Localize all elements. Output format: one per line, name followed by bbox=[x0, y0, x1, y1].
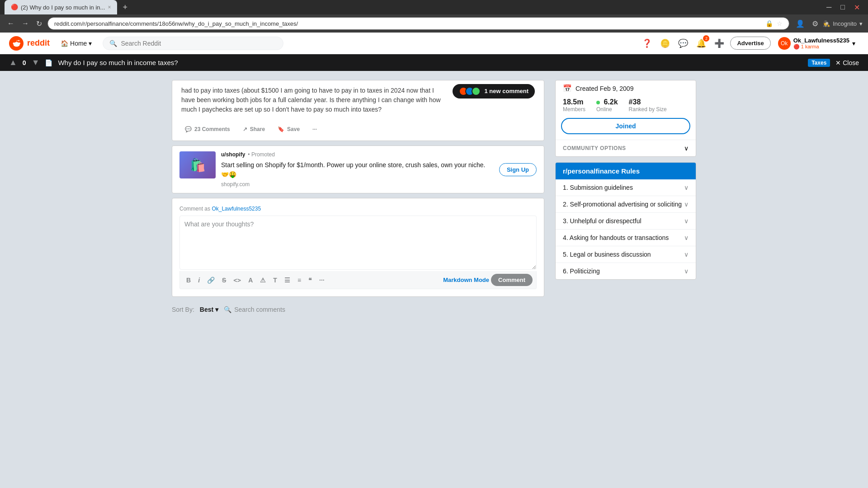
community-options-label: COMMUNITY OPTIONS bbox=[563, 145, 626, 151]
ad-text: Start selling on Shopify for $1/month. P… bbox=[221, 160, 494, 179]
rule-chevron-6: ∨ bbox=[684, 267, 689, 275]
community-card: 📅 Created Feb 9, 2009 18.5m Members 6.2k… bbox=[555, 80, 696, 157]
search-input[interactable] bbox=[121, 40, 277, 47]
rules-header: r/personalfinance Rules bbox=[556, 163, 696, 179]
tab-close-button[interactable]: × bbox=[108, 4, 111, 10]
forward-button[interactable]: → bbox=[20, 18, 31, 29]
rule-item-1[interactable]: 1. Submission guidelines ∨ bbox=[556, 179, 696, 196]
tab-active[interactable]: 🔴 (2) Why do I pay so much in in... × bbox=[5, 0, 117, 14]
ad-card: 🛍️ u/shopify • Promoted Start selling on… bbox=[172, 145, 544, 193]
advertise-label: Advertise bbox=[737, 40, 764, 47]
strikethrough-button[interactable]: S bbox=[219, 275, 229, 286]
rule-item-2[interactable]: 2. Self-promotional advertising or solic… bbox=[556, 196, 696, 213]
tab-bar: 🔴 (2) Why do I pay so much in in... × + … bbox=[0, 0, 868, 14]
community-options-row[interactable]: COMMUNITY OPTIONS ∨ bbox=[556, 140, 696, 156]
settings-icon-button[interactable]: ⚙ bbox=[809, 18, 821, 30]
more-button[interactable]: ··· bbox=[309, 123, 321, 135]
notifications-button[interactable]: 🔔 2 bbox=[694, 36, 708, 51]
save-label: Save bbox=[287, 126, 300, 132]
lock-icon: 🔒 bbox=[765, 20, 773, 27]
username-display: Ok_Lawfulness5235 🔴 1 karma bbox=[793, 37, 849, 50]
search-comments-area[interactable]: 🔍 Search comments bbox=[224, 306, 285, 313]
members-stat: 18.5m Members bbox=[563, 98, 585, 113]
karma-count: 1 karma bbox=[801, 44, 819, 49]
coins-icon-button[interactable]: 🪙 bbox=[658, 36, 672, 51]
add-post-button[interactable]: ➕ bbox=[712, 36, 726, 51]
rules-card: r/personalfinance Rules 1. Submission gu… bbox=[555, 162, 696, 280]
main-layout: 1 new comment had to pay into taxes (abo… bbox=[163, 71, 705, 327]
online-dot bbox=[596, 101, 600, 104]
rule-number-1: 1. bbox=[563, 184, 568, 191]
bold-button[interactable]: B bbox=[184, 275, 193, 286]
rule-item-4[interactable]: 4. Asking for handouts or transactions ∨ bbox=[556, 230, 696, 246]
heading-button[interactable]: T bbox=[270, 275, 280, 286]
new-tab-button[interactable]: + bbox=[119, 1, 131, 14]
back-button[interactable]: ← bbox=[5, 18, 16, 29]
minimize-button[interactable]: ─ bbox=[823, 2, 835, 12]
joined-button[interactable]: Joined bbox=[561, 118, 690, 134]
downvote-button[interactable]: ▼ bbox=[32, 58, 40, 67]
rule-chevron-2: ∨ bbox=[684, 201, 689, 208]
comments-button[interactable]: 💬 23 Comments bbox=[181, 123, 234, 135]
rule-text-3: 3. Unhelpful or disrespectful bbox=[563, 217, 642, 225]
user-chevron: ▾ bbox=[852, 40, 855, 47]
user-menu[interactable]: Ok Ok_Lawfulness5235 🔴 1 karma ▾ bbox=[774, 35, 859, 52]
karma-display: 🔴 1 karma bbox=[793, 44, 849, 50]
code-button[interactable]: <> bbox=[231, 275, 244, 286]
link-button[interactable]: 🔗 bbox=[204, 275, 217, 286]
refresh-button[interactable]: ↻ bbox=[34, 18, 44, 30]
sort-select[interactable]: Best ▾ bbox=[200, 306, 218, 313]
comment-as-label: Comment as Ok_Lawfulness5235 bbox=[179, 206, 537, 212]
italic-button[interactable]: i bbox=[195, 275, 203, 286]
vote-count: 0 bbox=[23, 59, 26, 66]
comment-submit-button[interactable]: Comment bbox=[491, 274, 533, 286]
markdown-mode-button[interactable]: Markdown Mode bbox=[443, 277, 489, 283]
new-comment-notification[interactable]: 1 new comment bbox=[453, 84, 535, 99]
maximize-button[interactable]: □ bbox=[837, 2, 849, 12]
superscript-button[interactable]: A bbox=[245, 275, 255, 286]
rules-title: r/personalfinance Rules bbox=[563, 167, 640, 175]
bullets-button[interactable]: ☰ bbox=[282, 275, 293, 286]
home-button[interactable]: 🏠 Home ▾ bbox=[57, 38, 95, 49]
ranked-value: #38 bbox=[629, 98, 667, 106]
spoiler-button[interactable]: ⚠ bbox=[257, 275, 269, 286]
save-button[interactable]: 🔖 Save bbox=[274, 123, 303, 135]
close-window-button[interactable]: ✕ bbox=[850, 2, 863, 13]
numbered-button[interactable]: ≡ bbox=[295, 275, 304, 286]
reddit-logo[interactable]: reddit bbox=[9, 36, 50, 51]
rule-item-5[interactable]: 5. Legal or business discussion ∨ bbox=[556, 246, 696, 263]
close-button[interactable]: ✕ Close bbox=[835, 59, 859, 66]
quote-button[interactable]: ❝ bbox=[306, 275, 315, 286]
rule-label-6: Politicizing bbox=[570, 267, 600, 275]
ad-signup-button[interactable]: Sign Up bbox=[499, 163, 537, 176]
community-options-chevron: ∨ bbox=[684, 145, 689, 152]
members-label: Members bbox=[563, 106, 585, 113]
comment-username-link[interactable]: Ok_Lawfulness5235 bbox=[212, 206, 261, 212]
upvote-button[interactable]: ▲ bbox=[9, 58, 17, 67]
rule-number-3: 3. bbox=[563, 217, 568, 225]
rule-text-1: 1. Submission guidelines bbox=[563, 184, 633, 191]
help-icon-button[interactable]: ❓ bbox=[640, 36, 654, 51]
rule-text-5: 5. Legal or business discussion bbox=[563, 251, 651, 258]
comment-textarea[interactable] bbox=[179, 216, 537, 270]
address-bar[interactable]: reddit.com/r/personalfinance/comments/18… bbox=[47, 17, 789, 30]
main-content: 1 new comment had to pay into taxes (abo… bbox=[172, 80, 544, 318]
search-comments-label: Search comments bbox=[234, 306, 285, 313]
post-bar-icon: 📄 bbox=[45, 59, 52, 66]
chat-icon-button[interactable]: 💬 bbox=[676, 36, 690, 51]
comments-icon: 💬 bbox=[185, 126, 192, 132]
user-avatar: Ok bbox=[778, 37, 791, 50]
sort-bar: Sort By: Best ▾ 🔍 Search comments bbox=[172, 301, 544, 318]
share-button[interactable]: ↗ Share bbox=[239, 123, 269, 135]
rule-item-3[interactable]: 3. Unhelpful or disrespectful ∨ bbox=[556, 213, 696, 230]
more-toolbar-button[interactable]: ··· bbox=[316, 275, 327, 286]
advertise-button[interactable]: Advertise bbox=[730, 37, 770, 50]
rule-label-2: Self-promotional advertising or soliciti… bbox=[570, 201, 682, 208]
search-bar[interactable]: 🔍 bbox=[103, 37, 283, 50]
rule-item-6[interactable]: 6. Politicizing ∨ bbox=[556, 263, 696, 279]
profile-icon-button[interactable]: 👤 bbox=[793, 18, 807, 30]
created-row: 📅 Created Feb 9, 2009 bbox=[556, 80, 696, 93]
reddit-logo-icon bbox=[9, 36, 24, 51]
browser-toolbar: ← → ↻ reddit.com/r/personalfinance/comme… bbox=[0, 14, 868, 33]
notification-count: 2 bbox=[703, 35, 709, 42]
